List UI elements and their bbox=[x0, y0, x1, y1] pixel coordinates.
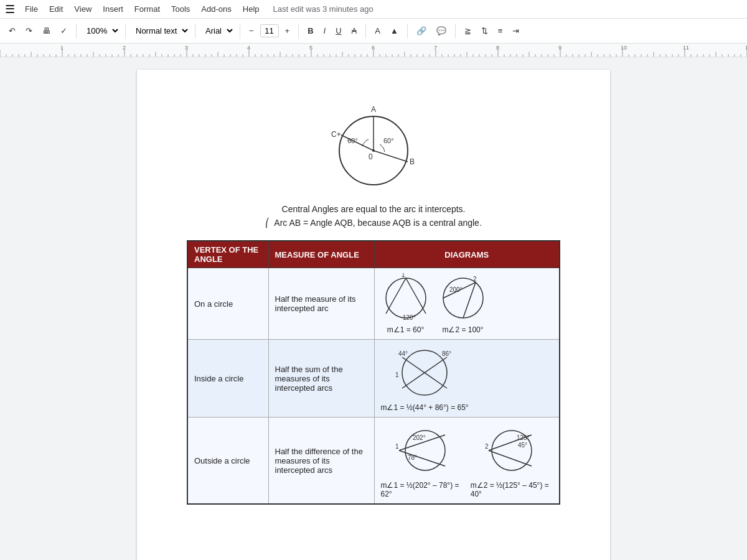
diagram-cell-inside: 44° 1 86° m∠1 = ½(44° + 86°) = 65° bbox=[381, 345, 553, 412]
menu-addons[interactable]: Add-ons bbox=[196, 2, 236, 16]
font-size-increase[interactable]: + bbox=[281, 24, 294, 38]
indent-button[interactable]: ⇥ bbox=[509, 24, 523, 38]
diag1-outside: 1 78° 202° m∠1 = ½(202° – 78°) = 62° bbox=[381, 422, 463, 498]
svg-text:0: 0 bbox=[369, 152, 373, 161]
central-angles-text: Central Angles are equal to the arc it i… bbox=[187, 204, 560, 214]
measure-on-circle: Half the measure of its intercepted arc bbox=[268, 268, 374, 340]
svg-text:1: 1 bbox=[395, 371, 399, 378]
align-left-button[interactable]: ≧ bbox=[461, 24, 475, 38]
svg-point-16 bbox=[443, 278, 483, 318]
document-area: 0 A B C+ 60° 60° Central Angle bbox=[0, 57, 747, 560]
svg-text:C+: C+ bbox=[331, 130, 341, 139]
eq-inside: m∠1 = ½(44° + 86°) = 65° bbox=[381, 403, 469, 412]
col-header-vertex: VERTEX OF THE ANGLE bbox=[187, 241, 268, 268]
ruler bbox=[0, 44, 747, 57]
svg-line-13 bbox=[406, 278, 426, 314]
menu-help[interactable]: Help bbox=[238, 2, 265, 16]
circle-diagram: 0 A B C+ 60° 60° bbox=[187, 95, 560, 194]
spellcheck-button[interactable]: ✓ bbox=[57, 24, 71, 38]
strikethrough-button[interactable]: A bbox=[348, 24, 361, 38]
svg-text:60°: 60° bbox=[347, 137, 358, 144]
eq1-on-circle: m∠1 = 60° bbox=[387, 325, 425, 334]
diagrams-outside: 1 78° 202° m∠1 = ½(202° – 78°) = 62° bbox=[374, 418, 560, 505]
table-header-row: VERTEX OF THE ANGLE MEASURE OF ANGLE DIA… bbox=[187, 241, 560, 268]
menu-format[interactable]: Format bbox=[129, 2, 165, 16]
table-row-outside-circle: Outside a circle Half the difference of … bbox=[187, 418, 560, 505]
svg-text:1: 1 bbox=[402, 273, 405, 278]
svg-text:202°: 202° bbox=[413, 434, 426, 441]
menu-edit[interactable]: Edit bbox=[44, 2, 68, 16]
last-edit-label: Last edit was 3 minutes ago bbox=[273, 4, 374, 14]
font-size-decrease[interactable]: − bbox=[245, 24, 258, 38]
diag-inside: 44° 1 86° m∠1 = ½(44° + 86°) = 65° bbox=[381, 345, 469, 412]
svg-text:125°: 125° bbox=[517, 434, 530, 441]
menu-insert[interactable]: Insert bbox=[98, 2, 128, 16]
cursor-icon: ⎛ bbox=[265, 218, 270, 228]
style-select[interactable]: Normal text bbox=[131, 24, 190, 37]
divider-2 bbox=[125, 24, 126, 39]
measure-outside: Half the difference of the measures of i… bbox=[268, 418, 374, 505]
app-icon: ☰ bbox=[5, 2, 15, 16]
svg-text:1: 1 bbox=[395, 443, 399, 450]
undo-button[interactable]: ↶ bbox=[5, 24, 19, 38]
underline-button[interactable]: U bbox=[332, 24, 345, 38]
vertex-outside: Outside a circle bbox=[187, 418, 268, 505]
line-spacing-button[interactable]: ⇅ bbox=[477, 24, 492, 38]
divider-6 bbox=[365, 24, 366, 39]
svg-point-11 bbox=[386, 278, 426, 318]
svg-text:2: 2 bbox=[473, 276, 477, 282]
print-button[interactable]: 🖶 bbox=[39, 24, 54, 38]
diag1-outside-svg: 1 78° 202° bbox=[394, 422, 450, 478]
svg-text:45°: 45° bbox=[518, 442, 527, 449]
angle-table: VERTEX OF THE ANGLE MEASURE OF ANGLE DIA… bbox=[187, 240, 560, 505]
divider-3 bbox=[195, 24, 195, 39]
divider-7 bbox=[407, 24, 408, 39]
menu-view[interactable]: View bbox=[69, 2, 96, 16]
menu-tools[interactable]: Tools bbox=[166, 2, 195, 16]
svg-text:120°: 120° bbox=[403, 314, 416, 321]
menu-bar: ☰ File Edit View Insert Format Tools Add… bbox=[0, 0, 747, 19]
diag2-svg: 2 200° bbox=[438, 273, 488, 323]
diagram-cell-outside: 1 78° 202° m∠1 = ½(202° – 78°) = 62° bbox=[381, 422, 553, 498]
diag-inside-svg: 44° 1 86° bbox=[393, 345, 456, 401]
toolbar: ↶ ↷ 🖶 ✓ 100% Normal text Arial − + B I U… bbox=[0, 19, 747, 44]
link-button[interactable]: 🔗 bbox=[413, 24, 430, 38]
svg-text:78°: 78° bbox=[408, 454, 417, 461]
svg-text:B: B bbox=[410, 157, 415, 166]
circle-svg: 0 A B C+ 60° 60° bbox=[317, 95, 430, 194]
bold-button[interactable]: B bbox=[304, 24, 317, 38]
diag1-on-circle: 1 120° m∠1 = 60° bbox=[381, 273, 431, 334]
svg-line-29 bbox=[399, 450, 445, 466]
vertex-on-circle: On a circle bbox=[187, 268, 268, 340]
page: 0 A B C+ 60° 60° Central Angle bbox=[137, 70, 610, 560]
font-size-input[interactable] bbox=[260, 24, 279, 37]
comment-button[interactable]: 💬 bbox=[433, 24, 450, 38]
diagrams-on-circle: 1 120° m∠1 = 60° bbox=[374, 268, 560, 340]
divider-4 bbox=[240, 24, 240, 39]
menu-file[interactable]: File bbox=[20, 2, 43, 16]
vertex-inside: Inside a circle bbox=[187, 340, 268, 418]
highlight-button[interactable]: ▲ bbox=[387, 24, 402, 38]
redo-button[interactable]: ↷ bbox=[22, 24, 36, 38]
diag1-svg: 1 120° bbox=[381, 273, 431, 323]
italic-button[interactable]: I bbox=[320, 24, 330, 38]
font-select[interactable]: Arial bbox=[200, 24, 235, 37]
diag2-outside: 2 45° 125° m∠2 = ½(125° – 45°) = 40° bbox=[471, 422, 553, 498]
svg-text:2: 2 bbox=[485, 443, 489, 450]
zoom-select[interactable]: 100% bbox=[82, 24, 120, 37]
svg-line-4 bbox=[374, 151, 408, 162]
measure-inside: Half the sum of the measures of its inte… bbox=[268, 340, 374, 418]
divider-8 bbox=[455, 24, 456, 39]
diag2-outside-svg: 2 45° 125° bbox=[484, 422, 540, 478]
central-angles-sub: ⎛ Arc AB = Angle AQB, because AQB is a c… bbox=[187, 218, 560, 228]
svg-text:200°: 200° bbox=[449, 286, 463, 293]
diagrams-inside: 44° 1 86° m∠1 = ½(44° + 86°) = 65° bbox=[374, 340, 560, 418]
svg-text:44°: 44° bbox=[398, 350, 408, 357]
diagram-cell-1: 1 120° m∠1 = 60° bbox=[381, 273, 553, 334]
eq2-on-circle: m∠2 = 100° bbox=[442, 325, 483, 334]
text-color-button[interactable]: A bbox=[371, 24, 384, 38]
svg-text:60°: 60° bbox=[383, 137, 394, 144]
svg-text:86°: 86° bbox=[442, 350, 451, 357]
list-button[interactable]: ≡ bbox=[494, 24, 507, 38]
svg-text:A: A bbox=[371, 105, 376, 114]
